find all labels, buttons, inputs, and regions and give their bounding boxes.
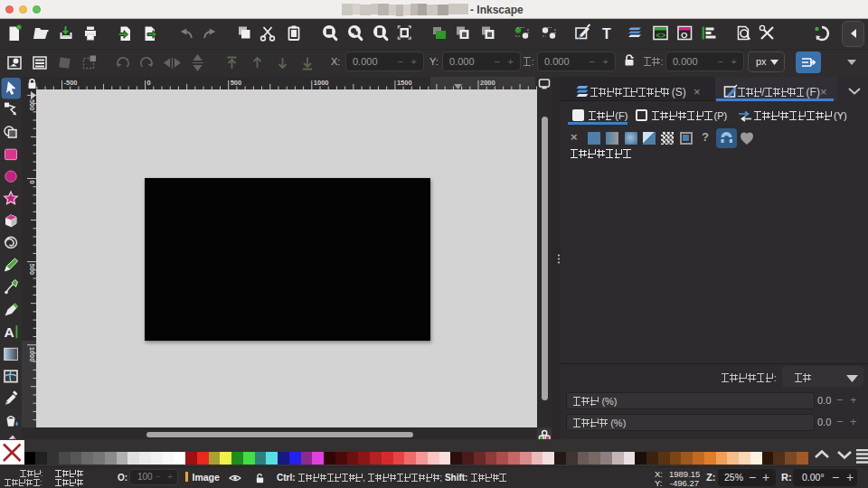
svg-text:A: A bbox=[5, 324, 14, 340]
svg-text:1000: 1000 bbox=[28, 347, 36, 362]
svg-text:1000: 1000 bbox=[314, 79, 329, 87]
svg-text:0: 0 bbox=[147, 79, 151, 87]
svg-text:T: T bbox=[602, 26, 611, 42]
svg-text:1500: 1500 bbox=[397, 79, 412, 87]
svg-text:-500: -500 bbox=[64, 79, 78, 87]
svg-text:0: 0 bbox=[28, 181, 36, 184]
svg-text:<>: <> bbox=[656, 32, 666, 41]
svg-text:-500: -500 bbox=[28, 97, 36, 110]
svg-text:500: 500 bbox=[231, 79, 242, 87]
svg-text:500: 500 bbox=[28, 264, 36, 276]
svg-text:O: O bbox=[681, 30, 687, 40]
svg-text:2000: 2000 bbox=[480, 79, 495, 87]
